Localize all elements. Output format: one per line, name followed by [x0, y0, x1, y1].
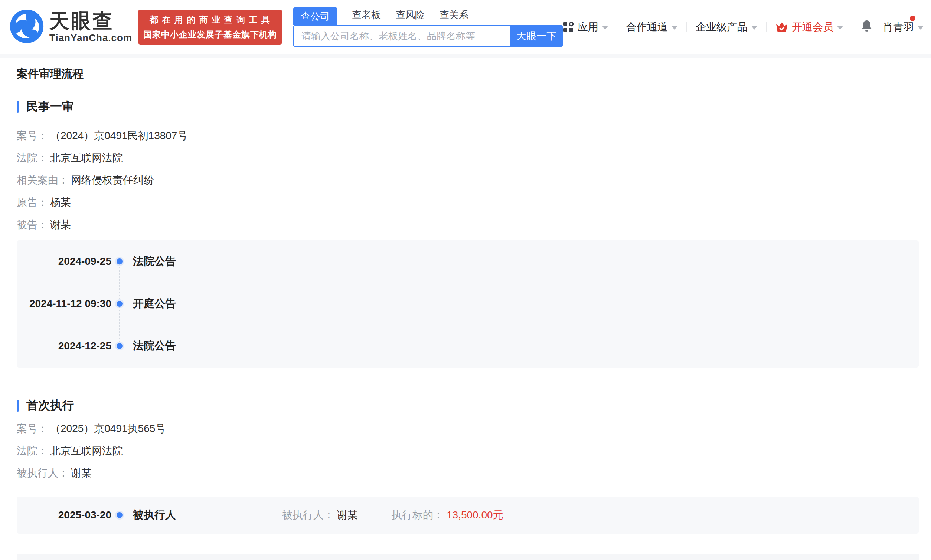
divider	[766, 22, 767, 32]
section-header-first-enforcement: 首次执行	[17, 399, 919, 412]
section-accent-bar	[17, 101, 19, 113]
field-value: （2024）京0491民初13807号	[50, 129, 187, 143]
notification-bell[interactable]	[861, 20, 872, 34]
field-row: 被执行人： 谢某	[17, 462, 919, 485]
nav-enterprise-label: 企业级产品	[696, 20, 747, 34]
field-value: 谢某	[50, 218, 71, 232]
timeline-row: 2024-11-12 09:30 开庭公告	[17, 283, 919, 325]
case-fields: 案号： （2024）京0491民初13807号 法院： 北京互联网法院 相关案由…	[17, 125, 919, 236]
detail-label: 执行标的：	[392, 508, 444, 522]
timeline-event[interactable]: 法院公告	[133, 338, 176, 354]
divider	[17, 385, 919, 385]
timeline-event[interactable]: 法院公告	[133, 254, 176, 269]
field-label: 相关案由：	[17, 173, 69, 187]
field-label: 被告：	[17, 218, 48, 232]
section-header-civil-first-trial: 民事一审	[17, 100, 919, 114]
nav-cooperation[interactable]: 合作通道	[626, 20, 678, 34]
tab-risk[interactable]: 查风险	[396, 9, 425, 25]
timeline-row: 2024-12-25 法院公告	[17, 325, 919, 367]
chevron-down-icon	[751, 26, 757, 30]
field-value: 北京互联网法院	[50, 444, 123, 458]
section-accent-bar	[17, 400, 19, 412]
tab-boss[interactable]: 查老板	[352, 9, 381, 25]
search-module: 查公司 查老板 查风险 查关系 天眼一下	[293, 8, 563, 47]
tianyancha-swirl-icon	[9, 9, 44, 45]
nav-vip-label: 开通会员	[792, 20, 834, 34]
field-label: 案号：	[17, 129, 48, 143]
field-row: 原告： 杨某	[17, 191, 919, 214]
apps-grid-icon	[563, 22, 574, 32]
detail-value-amount: 13,500.00元	[446, 508, 503, 522]
field-row: 法院： 北京互联网法院	[17, 440, 919, 462]
header-gap-strip	[0, 54, 931, 58]
chevron-down-icon	[837, 26, 843, 30]
top-header: 天眼查 TianYanCha.com 都 在 用 的 商 业 查 询 工 具 国…	[0, 0, 931, 54]
nav-apps[interactable]: 应用	[563, 20, 608, 34]
nav-cooperation-label: 合作通道	[626, 20, 668, 34]
section-title: 首次执行	[26, 398, 74, 414]
section-title: 民事一审	[26, 98, 74, 115]
field-row: 被告： 谢某	[17, 214, 919, 236]
field-row: 案号： （2025）京0491执565号	[17, 418, 919, 440]
search-button[interactable]: 天眼一下	[510, 25, 563, 47]
search-tabs: 查公司 查老板 查风险 查关系	[293, 8, 563, 25]
timeline-first-enforcement: 2025-03-20 被执行人 被执行人： 谢某 执行标的： 13,500.00…	[17, 497, 919, 534]
case-process-panel: 案件审理流程 民事一审 案号： （2024）京0491民初13807号 法院： …	[0, 58, 931, 560]
field-value: （2025）京0491执565号	[50, 422, 165, 436]
field-label: 案号：	[17, 422, 48, 436]
divider	[686, 22, 687, 32]
header-nav: 应用 合作通道 企业级产品 开通会员	[563, 20, 923, 34]
user-menu[interactable]: 肖青羽	[883, 20, 923, 34]
detail-value: 谢某	[337, 508, 358, 522]
nav-enterprise[interactable]: 企业级产品	[696, 20, 757, 34]
username: 肖青羽	[883, 20, 914, 34]
timeline-dot-icon	[117, 301, 122, 307]
timeline-date: 2024-09-25	[17, 255, 111, 268]
field-label: 原告：	[17, 195, 48, 209]
timeline-dot-icon	[117, 258, 122, 265]
nav-vip[interactable]: 开通会员	[775, 20, 843, 34]
chevron-down-icon	[918, 26, 923, 30]
timeline-date: 2024-11-12 09:30	[17, 298, 111, 310]
slogan-line1: 都 在 用 的 商 业 查 询 工 具	[150, 12, 271, 27]
timeline-event[interactable]: 被执行人	[133, 508, 176, 523]
timeline-dot-icon	[117, 343, 122, 349]
field-row: 相关案由： 网络侵权责任纠纷	[17, 169, 919, 191]
search-input[interactable]	[294, 31, 510, 42]
notification-dot	[910, 15, 916, 21]
timeline-date: 2025-03-20	[17, 509, 111, 521]
timeline-row: 2025-03-20 被执行人 被执行人： 谢某 执行标的： 13,500.00…	[17, 497, 919, 534]
detail-label: 被执行人：	[282, 508, 334, 522]
field-value: 北京互联网法院	[50, 151, 123, 165]
field-value: 网络侵权责任纠纷	[71, 173, 154, 187]
field-label: 法院：	[17, 151, 48, 165]
slogan-line2: 国家中小企业发展子基金旗下机构	[143, 27, 277, 42]
divider	[17, 90, 919, 91]
bell-icon	[861, 20, 872, 34]
slogan-badge: 都 在 用 的 商 业 查 询 工 具 国家中小企业发展子基金旗下机构	[138, 10, 282, 45]
timeline-detail: 执行标的： 13,500.00元	[392, 497, 503, 534]
case-fields: 案号： （2025）京0491执565号 法院： 北京互联网法院 被执行人： 谢…	[17, 418, 919, 485]
tab-relation[interactable]: 查关系	[440, 9, 468, 25]
timeline-dot-icon	[117, 512, 122, 518]
nav-apps-label: 应用	[577, 20, 598, 34]
tianyancha-logo[interactable]: 天眼查 TianYanCha.com	[9, 9, 132, 45]
timeline-event[interactable]: 开庭公告	[133, 296, 176, 311]
logo-name: 天眼查	[49, 11, 132, 31]
timeline-civil-first-trial: 2024-09-25 法院公告 2024-11-12 09:30 开庭公告 20…	[17, 240, 919, 368]
field-label: 法院：	[17, 444, 48, 458]
timeline-date: 2024-12-25	[17, 340, 111, 352]
divider	[852, 22, 852, 32]
field-row: 案号： （2024）京0491民初13807号	[17, 125, 919, 147]
chevron-down-icon	[602, 26, 608, 30]
field-value: 谢某	[71, 466, 92, 480]
timeline-detail: 被执行人： 谢某	[282, 497, 358, 534]
field-label: 被执行人：	[17, 466, 69, 480]
field-row: 法院： 北京互联网法院	[17, 147, 919, 169]
logo-domain: TianYanCha.com	[49, 32, 132, 44]
page-title: 案件审理流程	[17, 68, 919, 80]
search-input-box	[293, 25, 510, 47]
field-value: 杨某	[50, 195, 71, 209]
footer-bar	[17, 554, 919, 560]
tab-company[interactable]: 查公司	[293, 8, 337, 25]
